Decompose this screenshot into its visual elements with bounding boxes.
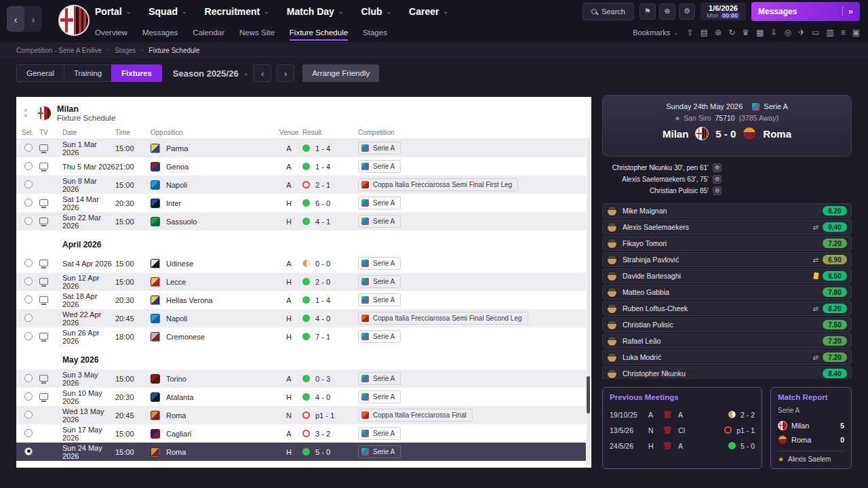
- club-logo[interactable]: [58, 5, 90, 36]
- settings-gear-icon[interactable]: ⚙: [679, 3, 695, 20]
- fixture-row[interactable]: Sun 1 Mar 202615:00ParmaA1 - 4Serie A: [16, 139, 586, 157]
- search-button[interactable]: Search: [583, 3, 634, 20]
- fixture-row[interactable]: Sun 24 May 202615:00RomaH5 - 0Serie A: [16, 443, 586, 461]
- subnav-item-overview[interactable]: Overview: [95, 24, 127, 41]
- trophy-icon[interactable]: ♛: [742, 28, 749, 37]
- news-icon[interactable]: ▣: [852, 28, 860, 37]
- fixture-select-radio[interactable]: [24, 429, 33, 437]
- menu-portal[interactable]: Portal⌄: [95, 6, 131, 17]
- season-selector[interactable]: Season 2025/26 ⌄: [173, 68, 248, 79]
- player-rating-row[interactable]: Rafael Leão7.20: [602, 333, 852, 348]
- subnav-item-messages[interactable]: Messages: [142, 24, 178, 41]
- fixture-row[interactable]: Sun 10 May 202620:30AtalantaH4 - 0Serie …: [16, 388, 586, 406]
- scrollbar[interactable]: [587, 139, 590, 465]
- player-rating-row[interactable]: Luka Modrić⇄7.20: [602, 350, 852, 365]
- fixture-time: 15:00: [115, 278, 151, 286]
- fixture-row[interactable]: Sun 26 Apr 202618:00CremoneseH7 - 1Serie…: [16, 327, 586, 346]
- back-button[interactable]: ‹: [7, 6, 24, 32]
- chevron-down-icon[interactable]: ∨: [20, 113, 31, 119]
- fixture-row[interactable]: Sun 3 May 202615:00TorinoA0 - 3Serie A: [16, 369, 586, 388]
- fixture-select-radio[interactable]: [24, 392, 33, 401]
- card-icon[interactable]: ▭: [812, 28, 819, 37]
- fixture-row[interactable]: Sun 12 Apr 202615:00LecceH2 - 0Serie A: [16, 272, 586, 291]
- bookmarks-dropdown[interactable]: Bookmarks ⌄: [633, 28, 679, 37]
- travel-icon[interactable]: ✈: [798, 28, 805, 37]
- tab-training[interactable]: Training: [64, 64, 111, 82]
- calendar-icon[interactable]: ▦: [756, 28, 764, 37]
- fixture-row[interactable]: Sat 14 Mar 202620:30InterH6 - 0Serie A: [16, 194, 586, 212]
- refresh-icon[interactable]: ↻: [728, 28, 735, 37]
- prev-season-button[interactable]: ‹: [254, 64, 271, 82]
- menu-squad[interactable]: Squad⌄: [149, 6, 186, 17]
- player-rating-row[interactable]: Christopher Nkunku8.40: [602, 366, 852, 379]
- fixture-select-radio[interactable]: [24, 217, 33, 225]
- fixture-select-radio[interactable]: [24, 180, 33, 188]
- meeting-row[interactable]: 19/10/25AA2 - 2: [610, 407, 755, 422]
- scrollbar-thumb[interactable]: [587, 376, 590, 413]
- meeting-row[interactable]: 13/5/26NCIp1 - 1: [610, 422, 755, 438]
- fixture-select-radio[interactable]: [24, 199, 33, 207]
- tab-general[interactable]: General: [16, 64, 64, 82]
- fixture-row[interactable]: Sat 4 Apr 202615:00UdineseA0 - 0Serie A: [16, 254, 586, 272]
- fixture-row[interactable]: Thu 5 Mar 202621:00GenoaA1 - 4Serie A: [16, 157, 586, 176]
- fixture-row[interactable]: Sun 8 Mar 202615:00NapoliA2 - 1Coppa Ita…: [16, 176, 586, 194]
- list-icon[interactable]: ≡: [841, 28, 846, 37]
- player-rating-row[interactable]: Davide Bartesaghi8.50: [602, 268, 852, 283]
- finance-icon[interactable]: ◎: [784, 28, 791, 37]
- event-gear-icon[interactable]: ⚙: [713, 175, 722, 184]
- fixture-row[interactable]: Wed 13 May 202620:45RomaNp1 - 1Coppa Ita…: [16, 406, 586, 424]
- fixture-row[interactable]: Sat 18 Apr 202620:30Hellas VeronaA1 - 4S…: [16, 291, 586, 309]
- player-rating-row[interactable]: Alexis Saelemaekers⇄9.40: [602, 220, 852, 235]
- player-rating-row[interactable]: Ruben Loftus-Cheek⇄8.20: [602, 301, 852, 316]
- fixture-row[interactable]: Sun 17 May 202615:00CagliariA3 - 2Serie …: [16, 424, 586, 443]
- globe-icon[interactable]: ⊕: [659, 3, 675, 20]
- next-season-button[interactable]: ›: [277, 64, 294, 82]
- menu-match-day[interactable]: Match Day⌄: [287, 6, 344, 17]
- match-report-panel[interactable]: Match Report Serie A Milan 5 Roma 0 ★: [770, 387, 852, 469]
- fixture-select-radio[interactable]: [24, 162, 33, 170]
- fixture-row[interactable]: Wed 22 Apr 202620:45NapoliH4 - 0Coppa It…: [16, 309, 586, 327]
- tab-fixtures[interactable]: Fixtures: [111, 64, 162, 82]
- meeting-row[interactable]: 24/5/26HA5 - 0: [610, 438, 755, 453]
- subnav-item-stages[interactable]: Stages: [363, 24, 387, 41]
- notes-icon[interactable]: ▤: [701, 28, 708, 37]
- player-rating-row[interactable]: Strahinja Pavlović⇄6.90: [602, 252, 852, 267]
- player-rating-row[interactable]: Mike Maignan8.20: [602, 203, 852, 218]
- menu-club[interactable]: Club⌄: [361, 6, 391, 17]
- fixture-select-radio[interactable]: [24, 144, 33, 152]
- event-gear-icon[interactable]: ⚙: [713, 186, 722, 195]
- result-icon-win: [302, 296, 310, 304]
- fixture-select-radio[interactable]: [24, 411, 33, 419]
- fixture-select-radio[interactable]: [24, 374, 33, 382]
- fixture-select-radio[interactable]: [24, 296, 33, 304]
- arrange-friendly-button[interactable]: Arrange Friendly: [302, 64, 379, 82]
- subnav-item-calendar[interactable]: Calendar: [193, 24, 224, 41]
- breadcrumb-item[interactable]: Stages: [115, 47, 136, 54]
- breadcrumb-item[interactable]: Competition - Serie A Enilive: [16, 47, 102, 54]
- fixture-date: Sun 17 May 2026: [62, 426, 115, 442]
- forward-button[interactable]: ›: [24, 6, 42, 32]
- messages-button[interactable]: Messages »: [751, 2, 860, 21]
- player-rating-row[interactable]: Christian Pulisic7.50: [602, 317, 852, 332]
- chevron-down-icon: ⌄: [338, 8, 344, 15]
- subnav-item-news-site[interactable]: News Site: [239, 24, 275, 41]
- fixture-select-radio[interactable]: [24, 332, 33, 340]
- fixture-select-radio[interactable]: [24, 314, 33, 322]
- upload-icon[interactable]: ⇧: [687, 28, 694, 37]
- globe-icon[interactable]: ⊕: [715, 28, 722, 37]
- fixture-select-radio[interactable]: [24, 447, 33, 455]
- flag-icon[interactable]: ⚑: [639, 3, 656, 20]
- game-date[interactable]: 1/6/2026 Mon 00:00: [701, 3, 746, 20]
- player-rating-row[interactable]: Matteo Gabbia7.80: [602, 285, 852, 300]
- event-gear-icon[interactable]: ⚙: [713, 163, 722, 172]
- download-icon[interactable]: ⇩: [770, 28, 777, 37]
- player-rating-row[interactable]: Fikayo Tomori7.20: [602, 236, 852, 251]
- fixture-select-radio[interactable]: [24, 277, 33, 285]
- fixture-row[interactable]: Sun 22 Mar 202615:00SassuoloH4 - 1Serie …: [16, 212, 586, 230]
- team-badge: [151, 392, 160, 402]
- menu-recruitment[interactable]: Recruitment⌄: [205, 6, 269, 17]
- subnav-item-fixture-schedule[interactable]: Fixture Schedule: [290, 24, 348, 41]
- menu-career[interactable]: Career⌄: [409, 6, 448, 17]
- fixture-select-radio[interactable]: [24, 259, 33, 267]
- stats-icon[interactable]: ▥: [826, 28, 833, 37]
